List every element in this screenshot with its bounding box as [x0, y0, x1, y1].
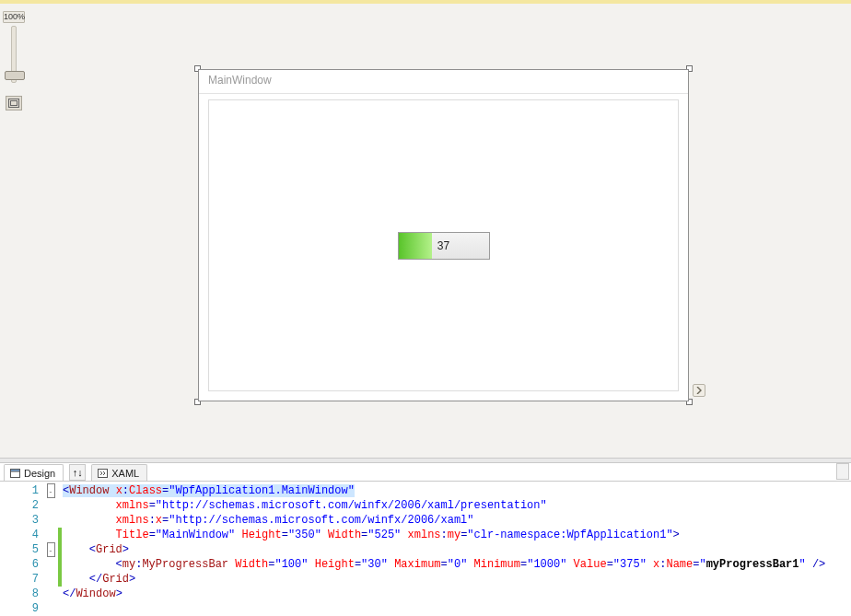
code-line[interactable]: [63, 601, 851, 616]
progress-value-text: 37: [399, 239, 489, 252]
my-progress-bar[interactable]: 37: [398, 232, 490, 260]
code-text[interactable]: <Window x:Class="WpfApplication1.MainWin…: [63, 482, 851, 616]
designed-window[interactable]: MainWindow 37: [198, 69, 689, 401]
zoom-slider-thumb[interactable]: [5, 71, 25, 80]
line-number: 4: [0, 528, 39, 542]
fold-cell[interactable]: -: [44, 542, 57, 557]
vertical-split-button[interactable]: [836, 463, 849, 480]
change-marker: [58, 542, 62, 557]
swap-panes-button[interactable]: ↑↓: [69, 464, 86, 481]
fold-cell[interactable]: -: [44, 483, 57, 498]
tab-xaml[interactable]: XAML: [91, 464, 147, 481]
fold-cell: [44, 572, 57, 587]
line-number: 9: [0, 601, 39, 616]
code-line[interactable]: <Window x:Class="WpfApplication1.MainWin…: [63, 483, 851, 498]
svg-rect-3: [11, 469, 20, 471]
chevron-right-icon: [695, 387, 703, 394]
code-line[interactable]: xmlns="http://schemas.microsoft.com/winf…: [63, 498, 851, 513]
zoom-slider[interactable]: [11, 26, 17, 83]
xaml-icon: [98, 469, 108, 478]
line-number: 2: [0, 498, 39, 513]
code-line[interactable]: </Grid>: [63, 572, 851, 587]
fit-to-screen-button[interactable]: [6, 96, 22, 110]
designed-window-title: MainWindow: [199, 70, 688, 94]
change-marker: [58, 557, 62, 572]
designer-surface[interactable]: 100% MainWindow 37: [0, 0, 851, 458]
line-number: 3: [0, 513, 39, 528]
designed-window-selection[interactable]: MainWindow 37: [198, 69, 689, 401]
fold-cell: [44, 601, 57, 616]
xaml-editor[interactable]: 123456789 -- <Window x:Class="WpfApplica…: [0, 482, 851, 616]
fold-toggle[interactable]: -: [47, 542, 55, 557]
code-line[interactable]: </Window>: [63, 587, 851, 601]
fold-cell: [44, 587, 57, 601]
fold-cell: [44, 498, 57, 513]
window-icon: [10, 469, 20, 478]
line-number-gutter: 123456789: [0, 482, 44, 616]
change-marker: [58, 572, 62, 587]
line-number: 7: [0, 572, 39, 587]
tab-xaml-label: XAML: [111, 468, 139, 479]
line-number: 5: [0, 542, 39, 557]
outlining-margin[interactable]: --: [44, 482, 57, 616]
code-line[interactable]: <my:MyProgressBar Width="100" Height="30…: [63, 557, 851, 572]
tab-design-label: Design: [24, 468, 55, 479]
fold-toggle[interactable]: -: [47, 483, 55, 498]
designer-actions-button[interactable]: [693, 384, 705, 397]
designed-window-client[interactable]: 37: [208, 99, 679, 391]
zoom-level-label[interactable]: 100%: [3, 11, 25, 23]
fold-cell: [44, 513, 57, 528]
tab-design[interactable]: Design: [4, 464, 64, 481]
change-marker: [58, 528, 62, 542]
svg-rect-1: [11, 101, 17, 106]
fold-cell: [44, 557, 57, 572]
view-tab-row: Design ↑↓ XAML: [0, 463, 851, 482]
fold-cell: [44, 528, 57, 542]
code-line[interactable]: Title="MainWindow" Height="350" Width="5…: [63, 528, 851, 542]
code-line[interactable]: xmlns:x="http://schemas.microsoft.com/wi…: [63, 513, 851, 528]
line-number: 8: [0, 587, 39, 601]
code-line[interactable]: <Grid>: [63, 542, 851, 557]
swap-icon: ↑↓: [73, 467, 83, 478]
line-number: 1: [0, 483, 39, 498]
zoom-toolstrip: 100%: [3, 11, 25, 110]
line-number: 6: [0, 557, 39, 572]
